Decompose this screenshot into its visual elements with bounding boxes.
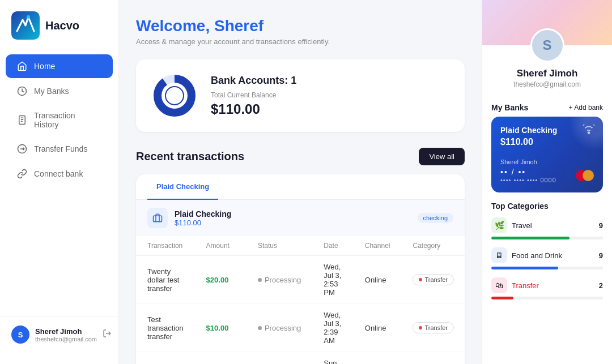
app-name: Hacvo <box>45 19 79 32</box>
my-banks-header: My Banks + Add bank <box>482 97 612 117</box>
tx-category: Transfer <box>401 256 465 304</box>
sidebar-item-label: Transfer Funds <box>34 144 87 153</box>
bank-card-number: •••• •••• •••• 0000 <box>500 177 556 183</box>
svg-point-15 <box>588 132 590 134</box>
tx-category: Travel <box>401 352 465 365</box>
svg-rect-14 <box>154 216 162 222</box>
sidebar-user-email: theshefco@gmail.com <box>35 336 97 342</box>
tx-status: Processing <box>246 304 312 352</box>
progress-bar-fill <box>491 297 513 299</box>
top-categories-title: Top Categories <box>491 202 603 211</box>
bank-card: Plaid Checking $110.00 Sheref Jimoh •• /… <box>491 117 603 192</box>
main-content: Welcome, Sheref Access & manage your acc… <box>119 0 482 364</box>
tx-name: Twenty dollar test transfer <box>136 256 195 304</box>
col-status: Status <box>246 236 312 256</box>
col-transaction: Transaction <box>136 236 195 256</box>
logout-icon[interactable] <box>103 329 112 340</box>
sidebar-item-label: Home <box>34 62 55 71</box>
my-banks-title: My Banks <box>491 103 528 112</box>
section-title: Recent transactions <box>136 150 244 163</box>
link-icon <box>17 169 27 179</box>
transactions-table: Transaction Amount Status Date Channel C… <box>136 236 465 364</box>
sidebar-avatar: S <box>11 326 29 344</box>
tx-channel: Online <box>354 256 402 304</box>
category-item: 🌿 Travel 9 <box>491 217 603 239</box>
svg-point-1 <box>27 15 30 19</box>
col-amount: Amount <box>195 236 246 256</box>
right-panel: S Sheref Jimoh theshefco@gmail.com My Ba… <box>482 0 612 364</box>
tx-name: Uber 063015 SFPOOL <box>136 352 195 365</box>
col-date: Date <box>312 236 354 256</box>
balance-label: Total Current Balance <box>211 91 296 99</box>
tx-amount: $20.00 <box>195 256 246 304</box>
col-channel: Channel <box>354 236 402 256</box>
table-row: Uber 063015 SFPOOL $5.40 Success Sun, Ju… <box>136 352 465 365</box>
add-bank-button[interactable]: + Add bank <box>569 104 603 112</box>
tx-date: Wed, Jul 3, 2:53 PM <box>312 256 354 304</box>
sidebar-item-home[interactable]: Home <box>6 54 113 78</box>
category-icon: 🛍 <box>491 277 507 293</box>
home-icon <box>17 61 27 71</box>
balance-amount: $110.00 <box>211 101 296 117</box>
profile-name: Sheref Jimoh <box>491 68 603 79</box>
section-header: Recent transactions View all <box>136 148 465 165</box>
sidebar: Hacvo Home My Banks T <box>0 0 119 364</box>
receipt-icon <box>17 115 27 125</box>
sidebar-user: S Sheref Jimoh theshefco@gmail.com <box>0 316 118 353</box>
sidebar-item-connect-bank[interactable]: Connect bank <box>6 162 113 186</box>
bank-icon <box>17 86 27 96</box>
table-header-row: Transaction Amount Status Date Channel C… <box>136 236 465 256</box>
progress-bar-bg <box>491 267 603 269</box>
tx-amount: $10.00 <box>195 304 246 352</box>
tx-name: Test transaction transfer <box>136 304 195 352</box>
sidebar-item-transfer-funds[interactable]: Transfer Funds <box>6 137 113 161</box>
table-row: Twenty dollar test transfer $20.00 Proce… <box>136 256 465 304</box>
account-icon <box>147 208 168 228</box>
tab-plaid-checking[interactable]: Plaid Checking <box>147 174 218 200</box>
top-categories-section: Top Categories 🌿 Travel 9 🖥 Food and Dri… <box>482 202 612 316</box>
sidebar-item-label: Connect bank <box>34 169 83 178</box>
sidebar-user-name: Sheref Jimoh <box>35 327 97 336</box>
tx-category: Transfer <box>401 304 465 352</box>
table-row: Test transaction transfer $10.00 Process… <box>136 304 465 352</box>
tx-date: Sun, Jun 23, 12:00 AM <box>312 352 354 365</box>
tx-channel: Online <box>354 352 402 365</box>
logo-icon <box>11 11 40 40</box>
account-name: Plaid Checking <box>175 209 231 219</box>
welcome-title: Welcome, Sheref <box>136 17 465 35</box>
category-item: 🖥 Food and Drink 9 <box>491 247 603 269</box>
tx-amount: $5.40 <box>195 352 246 365</box>
progress-bar-fill <box>491 237 570 239</box>
tx-date: Wed, Jul 3, 2:39 AM <box>312 304 354 352</box>
category-icon: 🌿 <box>491 217 507 233</box>
transactions-card: Plaid Checking Plaid Checking $110.00 ch… <box>136 174 465 364</box>
bank-accounts-card: Bank Accounts: 1 Total Current Balance $… <box>136 59 465 132</box>
col-category: Category <box>401 236 465 256</box>
bank-card-holder: Sheref Jimoh <box>500 159 594 165</box>
sidebar-item-label: My Banks <box>34 87 69 96</box>
logo-container: Hacvo <box>0 11 118 53</box>
sidebar-item-transaction-history[interactable]: Transaction History <box>6 104 113 136</box>
progress-bar-bg <box>491 237 603 239</box>
tx-channel: Online <box>354 304 402 352</box>
bank-card-mask: •• / •• <box>500 168 556 177</box>
account-balance: $110.00 <box>175 219 231 227</box>
welcome-subtitle: Access & manage your account and transac… <box>136 37 465 46</box>
profile-email: theshefco@gmail.com <box>491 80 603 88</box>
wifi-icon <box>583 125 595 138</box>
category-item: 🛍 Transfer 2 <box>491 277 603 299</box>
svg-point-13 <box>169 90 180 101</box>
view-all-button[interactable]: View all <box>419 148 465 165</box>
bank-count: Bank Accounts: 1 <box>211 75 296 87</box>
transfer-icon <box>17 144 27 154</box>
sidebar-nav: Home My Banks Transaction History <box>0 53 118 187</box>
sidebar-item-my-banks[interactable]: My Banks <box>6 79 113 103</box>
checking-badge: checking <box>418 213 453 223</box>
mastercard-icon <box>576 170 594 181</box>
sidebar-item-label: Transaction History <box>34 111 101 129</box>
profile-banner: S <box>482 0 612 45</box>
account-row: Plaid Checking $110.00 checking <box>136 200 465 236</box>
tx-status: Success <box>246 352 312 365</box>
progress-bar-bg <box>491 297 603 299</box>
tx-status: Processing <box>246 256 312 304</box>
